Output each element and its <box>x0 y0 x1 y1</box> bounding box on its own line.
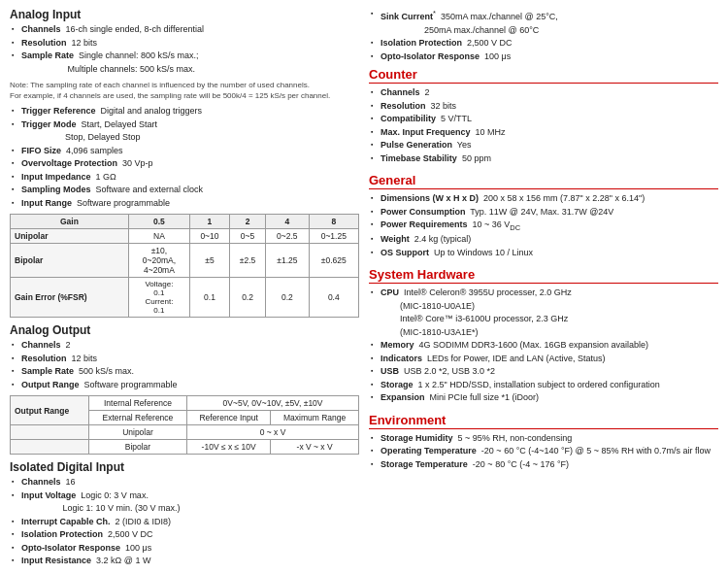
gain-error-2: 0.2 <box>229 278 265 318</box>
gain-unipolar-8: 0~1.25 <box>309 229 358 244</box>
list-item: Channels 2 <box>369 86 718 100</box>
main-content: Analog Input Channels 16-ch single ended… <box>0 0 728 574</box>
list-item: Resolution 12 bits <box>10 37 359 51</box>
list-item: Resolution 12 bits <box>10 353 359 366</box>
list-item: Storage Humidity 5 ~ 95% RH, non-condens… <box>369 432 718 446</box>
gain-unipolar-2: 0~5 <box>229 229 265 244</box>
list-item: Compatibility 5 V/TTL <box>369 113 718 126</box>
list-item: Sampling Modes Software and external clo… <box>10 184 359 197</box>
list-item: Output Range Software programmable <box>10 379 359 392</box>
output-range-label: Output Range <box>11 396 89 425</box>
list-item: Indicators LEDs for Power, IDE and LAN (… <box>369 353 718 366</box>
environment-list: Storage Humidity 5 ~ 95% RH, non-condens… <box>369 432 718 472</box>
left-column: Analog Input Channels 16-ch single ended… <box>10 8 359 572</box>
gain-header-label: Gain <box>11 215 129 229</box>
output-internal-ref: Internal Reference <box>88 396 186 411</box>
analog-output-list: Channels 2 Resolution 12 bits Sample Rat… <box>10 339 359 391</box>
list-item: Sample Rate Single channel: 800 kS/s max… <box>10 50 359 76</box>
list-item: Trigger Reference Digital and analog tri… <box>10 105 359 118</box>
output-max-range-header: Maximum Range <box>271 411 359 425</box>
gain-bipolar-4: ±1.25 <box>266 244 309 278</box>
isolated-digital-list: Channels 16 Input Voltage Logic 0: 3 V m… <box>10 476 359 568</box>
list-item: Isolation Protection 2,500 V DC <box>369 37 718 51</box>
trigger-list: Trigger Reference Digital and analog tri… <box>10 105 359 210</box>
list-item: Interrupt Capable Ch. 2 (IDI0 & IDI8) <box>10 516 359 529</box>
list-item: Input Impedance 1 GΩ <box>10 171 359 185</box>
list-item: Opto-Isolator Response 100 μs <box>10 542 359 556</box>
output-bipolar-input: -10V ≤ x ≤ 10V <box>187 440 271 455</box>
right-column: Sink Current* 350mA max./channel @ 25°C,… <box>369 8 718 572</box>
list-item: Input Resistance 3.2 kΩ @ 1 W <box>10 555 359 568</box>
general-section-title: General <box>369 173 718 189</box>
gain-bipolar-1: ±5 <box>189 244 229 278</box>
gain-bipolar-label: Bipolar <box>11 244 129 278</box>
gain-unipolar-1: 0~10 <box>189 229 229 244</box>
list-item: Weight 2.4 kg (typical) <box>369 233 718 247</box>
isolated-digital-title: Isolated Digital Input <box>10 460 359 474</box>
environment-section-title: Environment <box>369 413 718 429</box>
list-item: Input Range Software programmable <box>10 197 359 211</box>
analog-input-list: Channels 16-ch single ended, 8-ch differ… <box>10 23 359 76</box>
gain-bipolar-8: ±0.625 <box>309 244 358 278</box>
gain-header-05: 0.5 <box>128 215 189 229</box>
list-item: Dimensions (W x H x D) 200 x 58 x 156 mm… <box>369 192 718 206</box>
gain-header-4: 4 <box>266 215 309 229</box>
list-item: Isolation Protection 2,500 V DC <box>10 528 359 542</box>
gain-header-8: 8 <box>309 215 358 229</box>
gain-error-4: 0.2 <box>266 278 309 318</box>
list-item: Overvoltage Protection 30 Vp-p <box>10 157 359 171</box>
analog-input-title: Analog Input <box>10 8 359 21</box>
gain-bipolar-05: ±10,0~20mA,4~20mA <box>128 244 189 278</box>
output-unipolar-label <box>11 425 89 440</box>
list-item: Sink Current* 350mA max./channel @ 25°C,… <box>369 8 718 37</box>
output-external-ref: External Reference <box>88 411 186 425</box>
system-hardware-list: CPU Intel® Celeron® 3955U processer, 2.0… <box>369 287 718 405</box>
output-bipolar-label <box>11 440 89 455</box>
list-item: OS Support Up to Windows 10 / Linux <box>369 247 718 260</box>
gain-unipolar-label: Unipolar <box>11 229 129 244</box>
list-item: Timebase Stability 50 ppm <box>369 152 718 166</box>
list-item: Opto-Isolator Response 100 μs <box>369 51 718 64</box>
output-unipolar-range: 0 ~ x V <box>187 425 359 440</box>
gain-error-label: Gain Error (%FSR) <box>11 278 129 318</box>
list-item: Power Consumption Typ. 11W @ 24V, Max. 3… <box>369 206 718 219</box>
gain-header-2: 2 <box>229 215 265 229</box>
output-bipolar: Bipolar <box>88 440 186 455</box>
list-item: Storage 1 x 2.5" HDD/SSD, installation s… <box>369 379 718 392</box>
gain-header-1: 1 <box>189 215 229 229</box>
counter-section-title: Counter <box>369 67 718 84</box>
list-item: Storage Temperature -20 ~ 80 °C (-4 ~ 17… <box>369 458 718 472</box>
list-item: Sample Rate 500 kS/s max. <box>10 365 359 379</box>
list-item: Resolution 32 bits <box>369 100 718 114</box>
list-item: Pulse Generation Yes <box>369 139 718 152</box>
list-item: Max. Input Frequency 10 MHz <box>369 126 718 140</box>
gain-error-8: 0.4 <box>309 278 358 318</box>
output-range-table: Output Range Internal Reference 0V~5V, 0… <box>10 395 359 455</box>
list-item: Operating Temperature -20 ~ 60 °C (-4~14… <box>369 445 718 458</box>
list-item: Expansion Mini PCIe full size *1 (iDoor) <box>369 391 718 405</box>
list-item: FIFO Size 4,096 samples <box>10 145 359 158</box>
sample-rate-note: Note: The sampling rate of each channel … <box>10 80 359 101</box>
output-internal-val: 0V~5V, 0V~10V, ±5V, ±10V <box>187 396 359 411</box>
list-item: Memory 4G SODIMM DDR3-1600 (Max. 16GB ex… <box>369 339 718 353</box>
list-item: CPU Intel® Celeron® 3955U processer, 2.0… <box>369 287 718 339</box>
list-item: Input Voltage Logic 0: 3 V max. Logic 1:… <box>10 490 359 516</box>
sink-current-list: Sink Current* 350mA max./channel @ 25°C,… <box>369 8 718 63</box>
gain-bipolar-2: ±2.5 <box>229 244 265 278</box>
list-item: Trigger Mode Start, Delayed Start Stop, … <box>10 118 359 145</box>
general-list: Dimensions (W x H x D) 200 x 58 x 156 mm… <box>369 192 718 259</box>
system-hardware-section-title: System Hardware <box>369 267 718 284</box>
output-ref-input-header: Reference Input <box>187 411 271 425</box>
counter-list: Channels 2 Resolution 32 bits Compatibil… <box>369 86 718 165</box>
gain-table: Gain 0.5 1 2 4 8 Unipolar NA 0~10 0~5 0~… <box>10 214 359 318</box>
list-item: Power Requirements 10 ~ 36 VDC <box>369 219 718 233</box>
list-item: Channels 16-ch single ended, 8-ch differ… <box>10 23 359 37</box>
output-unipolar: Unipolar <box>88 425 186 440</box>
list-item: Channels 16 <box>10 476 359 490</box>
gain-error-sub: Voltage:0.1Current:0.1 <box>128 278 189 318</box>
analog-output-title: Analog Output <box>10 323 359 337</box>
list-item: Channels 2 <box>10 339 359 353</box>
list-item: USB USB 2.0 *2, USB 3.0 *2 <box>369 365 718 379</box>
gain-unipolar-05: NA <box>128 229 189 244</box>
gain-error-1: 0.1 <box>189 278 229 318</box>
